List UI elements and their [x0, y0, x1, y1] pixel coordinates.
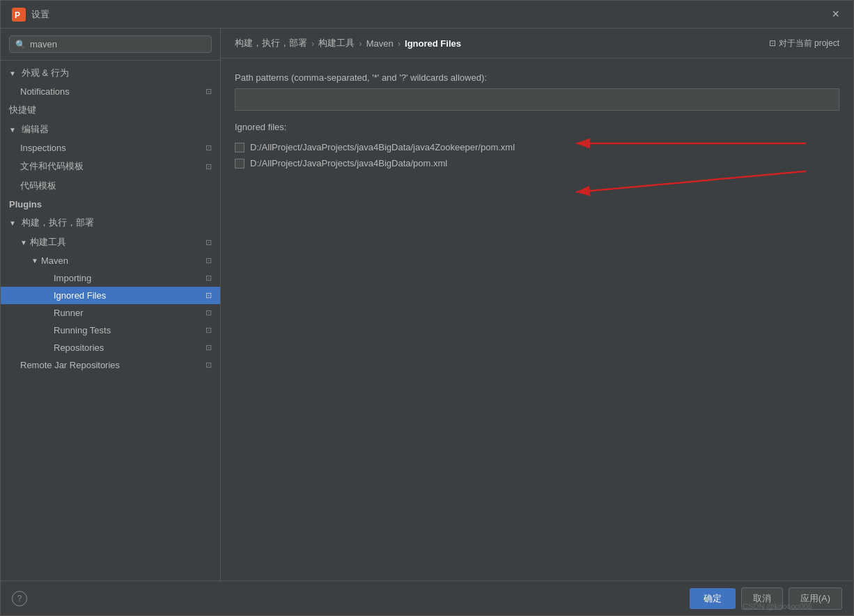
plugins-header: Plugins: [1, 196, 220, 213]
build-tools-icon: ⊡: [205, 238, 212, 247]
sidebar-item-notifications[interactable]: Notifications ⊡: [1, 83, 220, 100]
maven-icon: ⊡: [205, 256, 212, 265]
cancel-button[interactable]: 取消: [741, 587, 783, 610]
sidebar-item-code-templates[interactable]: 代码模板: [1, 176, 220, 196]
nav-group-build[interactable]: ▼ 构建，执行，部署: [1, 213, 220, 232]
notifications-icon: ⊡: [205, 87, 212, 96]
remote-jar-icon: ⊡: [205, 361, 212, 370]
running-tests-label: Running Tests: [54, 325, 111, 335]
confirm-button[interactable]: 确定: [690, 588, 736, 609]
notifications-label: Notifications: [20, 86, 70, 97]
search-input[interactable]: [30, 39, 205, 49]
nav-tree: ▼ 外观 & 行为 Notifications ⊡ 快捷键 ▼ 编辑器 Insp…: [1, 61, 220, 581]
breadcrumb-sep-2: ›: [359, 38, 362, 49]
arrows-annotation: [235, 171, 839, 255]
nav-group-editor[interactable]: ▼ 编辑器: [1, 120, 220, 139]
importing-label: Importing: [54, 273, 91, 283]
search-wrapper: 🔍: [9, 35, 212, 53]
sidebar: 🔍 ▼ 外观 & 行为 Notifications ⊡ 快捷键: [1, 29, 221, 581]
repositories-label: Repositories: [54, 342, 104, 353]
arrow-svg: [235, 129, 848, 255]
sidebar-item-file-templates[interactable]: 文件和代码模板 ⊡: [1, 157, 220, 176]
breadcrumb-part-1: 构建，执行，部署: [235, 37, 307, 49]
runner-label: Runner: [54, 308, 84, 318]
breadcrumb-sep-1: ›: [311, 38, 314, 49]
running-tests-icon: ⊡: [205, 326, 212, 335]
inspections-label: Inspections: [20, 143, 66, 153]
chevron-appearance: ▼: [9, 70, 19, 77]
maven-label: Maven: [41, 255, 68, 266]
project-link-text: 对于当前 project: [779, 38, 839, 49]
sidebar-item-repositories[interactable]: Repositories ⊡: [1, 339, 220, 356]
plugins-label: Plugins: [9, 199, 42, 210]
chevron-maven: ▼: [31, 257, 41, 264]
build-tools-label: 构建工具: [30, 236, 66, 248]
breadcrumb-active: Ignored Files: [405, 38, 461, 49]
right-panel: 构建，执行，部署 › 构建工具 › Maven › Ignored Files …: [221, 29, 853, 581]
runner-icon: ⊡: [205, 308, 212, 317]
breadcrumb-bar: 构建，执行，部署 › 构建工具 › Maven › Ignored Files …: [221, 29, 853, 58]
ignored-files-label: Ignored Files: [54, 290, 106, 301]
app-icon: P: [12, 8, 26, 22]
breadcrumb-part-3: Maven: [366, 38, 394, 49]
sidebar-item-build-tools[interactable]: ▼ 构建工具 ⊡: [1, 232, 220, 252]
sidebar-item-ignored-files[interactable]: Ignored Files ⊡: [1, 287, 220, 304]
help-button[interactable]: ?: [12, 591, 27, 606]
code-templates-label: 代码模板: [20, 180, 56, 192]
svg-line-4: [576, 171, 806, 192]
main-content: 🔍 ▼ 外观 & 行为 Notifications ⊡ 快捷键: [1, 29, 853, 581]
shortcuts-label: 快捷键: [9, 104, 36, 116]
bottom-buttons: 确定 取消 应用(A): [690, 587, 842, 610]
file-templates-icon: ⊡: [205, 162, 212, 171]
repositories-icon: ⊡: [205, 343, 212, 352]
inspections-icon: ⊡: [205, 143, 212, 152]
nav-group-appearance[interactable]: ▼ 外观 & 行为: [1, 63, 220, 83]
sidebar-item-shortcuts[interactable]: 快捷键: [1, 100, 220, 120]
build-label: 构建，执行，部署: [22, 216, 94, 229]
appearance-label: 外观 & 行为: [22, 67, 69, 79]
path-patterns-label: Path patterns (comma-separated, '*' and …: [235, 72, 839, 83]
title-bar: P 设置 ×: [1, 1, 853, 29]
breadcrumb-sep-3: ›: [398, 38, 401, 49]
title-bar-left: P 设置: [12, 8, 49, 22]
svg-text:P: P: [15, 10, 20, 20]
panel-body: Path patterns (comma-separated, '*' and …: [221, 58, 853, 581]
chevron-build-tools: ▼: [20, 239, 30, 246]
apply-button[interactable]: 应用(A): [789, 587, 842, 610]
search-icon: 🔍: [15, 40, 26, 49]
sidebar-item-remote-jar[interactable]: Remote Jar Repositories ⊡: [1, 356, 220, 374]
settings-window: P 设置 × 🔍 ▼ 外观 & 行为: [0, 0, 854, 616]
maven-left: ▼ Maven: [31, 255, 68, 266]
file-templates-label: 文件和代码模板: [20, 160, 84, 173]
remote-jar-label: Remote Jar Repositories: [20, 360, 120, 370]
sidebar-item-importing[interactable]: Importing ⊡: [1, 269, 220, 287]
breadcrumb: 构建，执行，部署 › 构建工具 › Maven › Ignored Files: [235, 37, 461, 49]
search-box: 🔍: [1, 29, 220, 61]
chevron-build: ▼: [9, 219, 19, 227]
sidebar-item-inspections[interactable]: Inspections ⊡: [1, 139, 220, 157]
project-link-icon: ⊡: [769, 38, 776, 48]
sidebar-item-maven[interactable]: ▼ Maven ⊡: [1, 252, 220, 269]
bottom-bar: ? 确定 取消 应用(A): [1, 581, 853, 615]
chevron-editor: ▼: [9, 126, 19, 134]
sidebar-item-runner[interactable]: Runner ⊡: [1, 304, 220, 322]
editor-label: 编辑器: [22, 123, 49, 136]
ignored-files-icon: ⊡: [205, 291, 212, 300]
path-patterns-input[interactable]: [235, 88, 839, 111]
close-button[interactable]: ×: [829, 7, 842, 22]
breadcrumb-part-2: 构建工具: [318, 37, 355, 49]
build-tools-left: ▼ 构建工具: [20, 236, 66, 248]
project-link[interactable]: ⊡ 对于当前 project: [769, 38, 839, 49]
window-title: 设置: [31, 8, 49, 21]
sidebar-item-running-tests[interactable]: Running Tests ⊡: [1, 322, 220, 339]
importing-icon: ⊡: [205, 274, 212, 283]
